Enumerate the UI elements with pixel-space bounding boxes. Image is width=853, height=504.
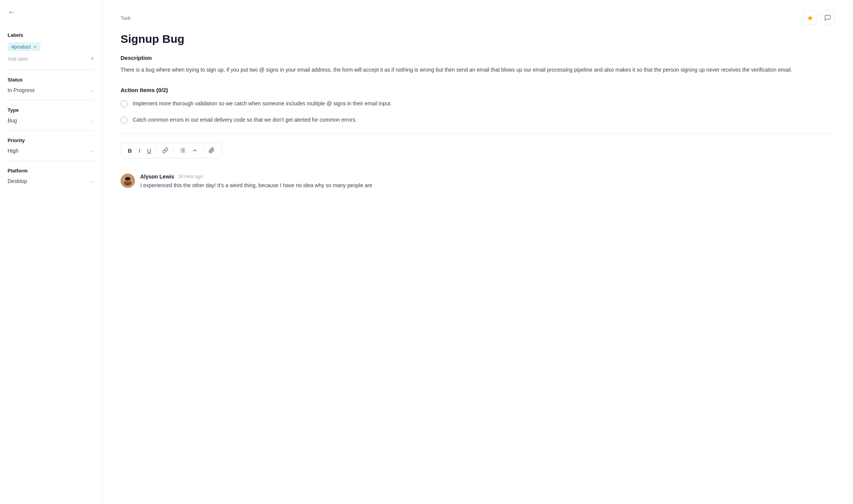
list-button[interactable]	[176, 146, 188, 155]
toolbar-divider	[203, 147, 203, 154]
chevron-down-icon: ⌄	[91, 178, 94, 184]
comment-author-row: Alyson Lewis 34 mins ago	[140, 174, 372, 180]
type-heading: Type	[8, 107, 94, 113]
sidebar: ← Labels #product × Add label + Status I…	[0, 0, 102, 504]
platform-value: Desktop	[8, 178, 27, 184]
comment-author: Alyson Lewis	[140, 174, 174, 180]
chevron-up-button[interactable]	[189, 146, 201, 155]
toolbar-divider	[157, 147, 157, 154]
action-item-text-1: Implement more thorough validation so we…	[133, 99, 392, 108]
action-item-checkbox-1[interactable]	[121, 100, 128, 108]
comment-button[interactable]	[820, 11, 835, 25]
priority-heading: Priority	[8, 138, 94, 143]
link-button[interactable]	[159, 146, 171, 155]
chevron-down-icon: ⌄	[91, 118, 94, 123]
label-tag-text: #product	[11, 44, 31, 50]
status-heading: Status	[8, 77, 94, 83]
italic-button[interactable]: I	[136, 146, 143, 156]
labels-heading: Labels	[8, 32, 94, 38]
priority-value: High	[8, 148, 19, 154]
chevron-down-icon: ⌄	[91, 148, 94, 153]
comment-body: Alyson Lewis 34 mins ago I experienced t…	[140, 174, 372, 190]
status-value: In Progress	[8, 87, 35, 93]
label-tag-product: #product ×	[8, 42, 41, 51]
task-title: Signup Bug	[121, 33, 835, 45]
text-toolbar: B I U	[121, 143, 222, 158]
page-type-label: Task	[121, 15, 131, 21]
avatar	[121, 174, 135, 188]
description-heading: Description	[121, 55, 835, 61]
task-description: There is a bug where when trying to sign…	[121, 66, 835, 75]
platform-section: Platform Desktop ⌄	[8, 161, 94, 191]
star-button[interactable]: ★	[803, 11, 817, 25]
action-item-text-2: Catch common errors in our email deliver…	[133, 116, 357, 124]
bold-button[interactable]: B	[125, 146, 135, 156]
divider	[121, 133, 835, 134]
svg-point-10	[126, 180, 127, 180]
underline-button[interactable]: U	[144, 146, 154, 156]
header-actions: ★	[803, 11, 835, 25]
add-label-text: Add label	[8, 56, 28, 62]
comment: Alyson Lewis 34 mins ago I experienced t…	[121, 174, 835, 190]
action-item: Catch common errors in our email deliver…	[121, 116, 835, 124]
type-dropdown[interactable]: Bug ⌄	[8, 117, 94, 124]
page-header: Task ★	[121, 11, 835, 25]
svg-point-9	[125, 177, 130, 181]
type-section: Type Bug ⌄	[8, 100, 94, 131]
status-section: Status In Progress ⌄	[8, 70, 94, 100]
comment-time: 34 mins ago	[178, 174, 202, 179]
type-value: Bug	[8, 117, 17, 124]
chevron-down-icon: ⌄	[91, 88, 94, 93]
remove-label-button[interactable]: ×	[34, 44, 37, 50]
action-items-heading: Action Items (0/2)	[121, 87, 835, 93]
toolbar-divider	[174, 147, 174, 154]
action-item-checkbox-2[interactable]	[121, 116, 128, 124]
attachment-button[interactable]	[205, 146, 218, 155]
back-button[interactable]: ←	[8, 8, 15, 16]
main-content: Task ★ Signup Bug Description There is a…	[102, 0, 853, 504]
svg-point-11	[128, 180, 129, 180]
action-item: Implement more thorough validation so we…	[121, 99, 835, 108]
status-dropdown[interactable]: In Progress ⌄	[8, 87, 94, 93]
comment-text: I experienced this the other day! It's a…	[140, 181, 372, 190]
platform-dropdown[interactable]: Desktop ⌄	[8, 178, 94, 184]
platform-heading: Platform	[8, 168, 94, 174]
add-label-row[interactable]: Add label +	[8, 55, 94, 63]
plus-icon: +	[90, 55, 94, 63]
priority-section: Priority High ⌄	[8, 131, 94, 161]
priority-dropdown[interactable]: High ⌄	[8, 148, 94, 154]
labels-section: Labels #product × Add label +	[8, 25, 94, 70]
